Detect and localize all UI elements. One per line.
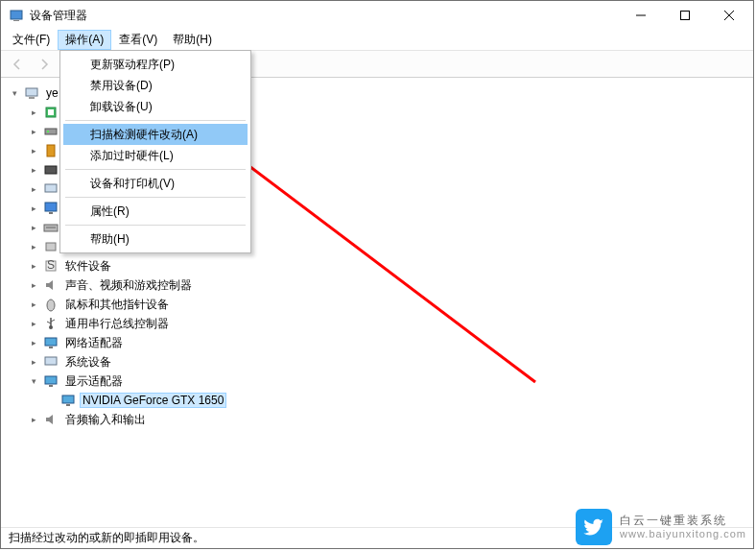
tree-item[interactable]: ▸网络适配器 [5, 333, 749, 352]
keyboard-icon [43, 220, 59, 235]
menu-update-driver[interactable]: 更新驱动程序(P) [63, 54, 248, 75]
titlebar: 设备管理器 [1, 1, 753, 30]
tree-item-label: 声音、视频和游戏控制器 [62, 276, 195, 295]
watermark: 白云一键重装系统 www.baiyunxitong.com [576, 509, 746, 545]
usb-icon [43, 316, 59, 331]
menu-scan-hardware[interactable]: 扫描检测硬件改动(A) [63, 124, 248, 145]
expand-icon[interactable]: ▸ [28, 260, 39, 272]
tree-item[interactable]: ▸鼠标和其他指针设备 [5, 295, 749, 314]
software-icon: S [43, 258, 59, 274]
svg-rect-0 [11, 11, 22, 19]
menu-devices-printers[interactable]: 设备和打印机(V) [63, 173, 248, 194]
tree-root-label: ye [43, 85, 61, 101]
network-icon [43, 335, 59, 350]
back-button[interactable] [5, 53, 30, 76]
expand-icon[interactable]: ▸ [28, 126, 39, 137]
sound-icon [43, 277, 59, 293]
svg-rect-14 [45, 184, 57, 192]
minimize-button[interactable] [619, 1, 663, 30]
tree-item-label: NVIDIA GeForce GTX 1650 [80, 393, 226, 408]
monitor-icon [43, 201, 59, 216]
tree-item-label: 系统设备 [62, 353, 114, 371]
svg-rect-31 [49, 385, 53, 387]
menu-action[interactable]: 操作(A) [58, 30, 111, 50]
tree-item-display-adapters[interactable]: ▾ 显示适配器 [5, 371, 749, 391]
expand-icon[interactable]: ▸ [28, 145, 39, 156]
svg-rect-13 [45, 166, 57, 174]
audio-icon [43, 412, 59, 427]
expand-icon[interactable]: ▸ [28, 222, 39, 233]
svg-rect-32 [62, 395, 74, 403]
menubar: 文件(F) 操作(A) 查看(V) 帮助(H) [1, 30, 753, 51]
status-text: 扫描经过改动的或新的即插即用设备。 [9, 530, 204, 546]
firmware-icon [43, 162, 59, 178]
expand-icon[interactable]: ▸ [28, 279, 39, 291]
expand-icon[interactable]: ▸ [28, 203, 39, 214]
display-adapter-icon [60, 393, 76, 408]
expand-icon[interactable]: ▸ [28, 164, 39, 176]
svg-rect-10 [45, 129, 57, 134]
tree-item[interactable]: ▸声音、视频和游戏控制器 [5, 276, 749, 295]
tree-item[interactable]: ▸通用串行总线控制器 [5, 314, 749, 333]
svg-rect-7 [29, 97, 35, 99]
menu-disable-device[interactable]: 禁用设备(D) [63, 75, 248, 96]
expand-icon[interactable]: ▸ [28, 299, 39, 310]
expand-icon[interactable]: ▸ [28, 241, 39, 252]
processor-icon [43, 105, 59, 120]
svg-point-22 [47, 299, 55, 311]
svg-rect-19 [46, 243, 56, 251]
maximize-button[interactable] [663, 1, 707, 30]
menu-add-legacy-hardware[interactable]: 添加过时硬件(L) [63, 145, 248, 166]
system-icon [43, 354, 59, 370]
computer-icon [43, 181, 59, 197]
computer-icon [24, 85, 39, 101]
tree-item-label: 软件设备 [62, 257, 114, 276]
tree-item[interactable]: ▸S软件设备 [5, 256, 749, 276]
watermark-logo-icon [576, 509, 612, 545]
svg-rect-1 [13, 20, 19, 21]
tree-item-gpu[interactable]: NVIDIA GeForce GTX 1650 [5, 391, 749, 410]
menu-separator [65, 225, 246, 226]
close-button[interactable] [707, 1, 751, 30]
svg-rect-6 [26, 88, 37, 96]
menu-file[interactable]: 文件(F) [5, 30, 58, 50]
menu-view[interactable]: 查看(V) [111, 30, 165, 50]
tree-item-audio-io[interactable]: ▸ 音频输入和输出 [5, 410, 749, 429]
collapse-icon[interactable]: ▾ [28, 375, 39, 387]
device-manager-icon [9, 8, 24, 23]
action-dropdown-menu: 更新驱动程序(P) 禁用设备(D) 卸载设备(U) 扫描检测硬件改动(A) 添加… [59, 50, 251, 253]
collapse-icon[interactable]: ▾ [9, 87, 20, 99]
mouse-icon [43, 297, 59, 312]
menu-separator [65, 120, 246, 121]
disk-icon [43, 124, 59, 139]
menu-properties[interactable]: 属性(R) [63, 201, 248, 222]
svg-rect-27 [45, 338, 57, 346]
expand-icon[interactable]: ▸ [28, 414, 39, 425]
expand-icon[interactable]: ▸ [28, 318, 39, 329]
display-adapter-icon [43, 373, 59, 389]
watermark-url: www.baiyunxitong.com [620, 528, 746, 540]
svg-rect-15 [45, 203, 57, 211]
tree-item-label: 通用串行总线控制器 [62, 315, 172, 333]
window-title: 设备管理器 [30, 8, 619, 24]
expand-icon[interactable]: ▸ [28, 183, 39, 195]
port-icon [43, 143, 59, 158]
menu-help[interactable]: 帮助(H) [165, 30, 220, 50]
svg-rect-30 [45, 376, 57, 384]
expand-icon[interactable]: ▸ [28, 107, 39, 118]
svg-point-11 [47, 131, 49, 132]
menu-uninstall-device[interactable]: 卸载设备(U) [63, 96, 248, 117]
menu-help[interactable]: 帮助(H) [63, 228, 248, 250]
tree-item-label: 鼠标和其他指针设备 [62, 296, 172, 314]
expand-icon[interactable]: ▸ [28, 356, 39, 368]
forward-button[interactable] [32, 53, 57, 76]
expand-icon[interactable]: ▸ [28, 337, 39, 348]
svg-rect-28 [49, 347, 53, 348]
menu-separator [65, 197, 246, 198]
svg-rect-29 [45, 357, 57, 365]
svg-rect-16 [49, 212, 53, 214]
tree-item-label: 显示适配器 [62, 372, 126, 391]
tree-item-label: 网络适配器 [62, 334, 126, 352]
hid-icon [43, 239, 59, 254]
tree-item[interactable]: ▸系统设备 [5, 352, 749, 371]
